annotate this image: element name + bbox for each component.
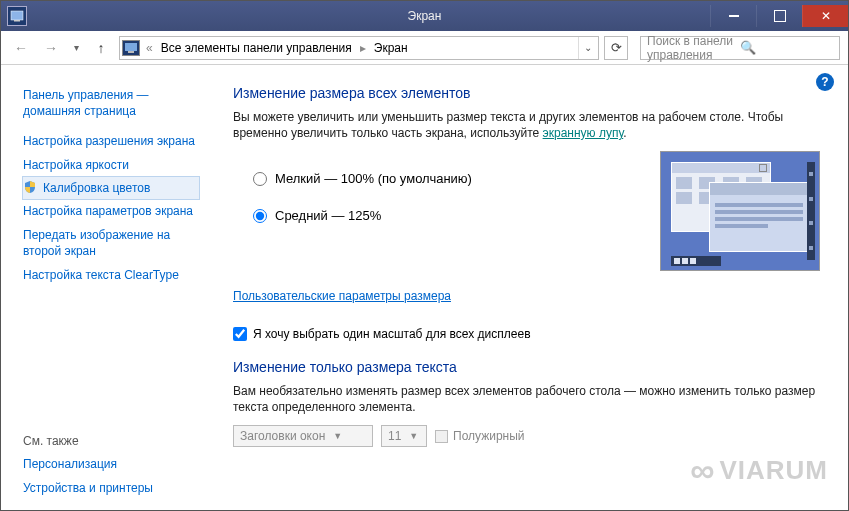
system-icon xyxy=(7,6,27,26)
single-scale-checkbox[interactable]: Я хочу выбрать один масштаб для всех дис… xyxy=(233,327,820,341)
sidebar-cleartype[interactable]: Настройка текста ClearType xyxy=(23,263,199,287)
radio-medium-input[interactable] xyxy=(253,209,267,223)
svg-rect-0 xyxy=(11,11,23,20)
breadcrumb-separator-icon: ▸ xyxy=(358,41,368,55)
size-combo[interactable]: 11▼ xyxy=(381,425,427,447)
window-title: Экран xyxy=(408,9,442,23)
close-button[interactable] xyxy=(802,5,848,27)
section-resize-title: Изменение размера всех элементов xyxy=(233,85,820,101)
see-also-header: См. также xyxy=(23,428,199,452)
sidebar-calibration[interactable]: Калибровка цветов xyxy=(22,176,200,200)
help-icon[interactable]: ? xyxy=(816,73,834,91)
breadcrumb-current[interactable]: Экран xyxy=(372,41,410,55)
main-panel: ? Изменение размера всех элементов Вы мо… xyxy=(211,65,848,510)
seealso-personalization[interactable]: Персонализация xyxy=(23,452,199,476)
size-radios: Мелкий — 100% (по умолчанию) Средний — 1… xyxy=(233,151,472,271)
back-button[interactable]: ← xyxy=(9,36,33,60)
single-scale-input[interactable] xyxy=(233,327,247,341)
custom-size-link[interactable]: Пользовательские параметры размера xyxy=(233,289,451,303)
search-icon: 🔍 xyxy=(740,40,833,55)
content-area: Панель управления — домашняя страница На… xyxy=(1,65,848,510)
titlebar: Экран xyxy=(1,1,848,31)
textsize-controls: Заголовки окон▼ 11▼ Полужирный xyxy=(233,425,820,447)
svg-rect-2 xyxy=(125,43,137,51)
infinity-icon: ∞ xyxy=(690,451,715,490)
chevron-down-icon: ▼ xyxy=(409,431,418,441)
forward-button[interactable]: → xyxy=(39,36,63,60)
sidebar: Панель управления — домашняя страница На… xyxy=(1,65,211,510)
sidebar-display-params[interactable]: Настройка параметров экрана xyxy=(23,199,199,223)
bold-checkbox[interactable]: Полужирный xyxy=(435,429,525,443)
search-input[interactable]: Поиск в панели управления 🔍 xyxy=(640,36,840,60)
refresh-button[interactable]: ⟳ xyxy=(604,36,628,60)
radio-small[interactable]: Мелкий — 100% (по умолчанию) xyxy=(253,171,472,186)
search-placeholder: Поиск в панели управления xyxy=(647,34,740,62)
history-dropdown[interactable]: ▾ xyxy=(69,36,83,60)
magnifier-link[interactable]: экранную лупу xyxy=(543,126,624,140)
svg-rect-3 xyxy=(128,51,134,53)
address-bar[interactable]: « Все элементы панели управления ▸ Экран… xyxy=(119,36,599,60)
breadcrumb-chevron: « xyxy=(144,41,155,55)
section-textsize-desc: Вам необязательно изменять размер всех э… xyxy=(233,383,820,415)
maximize-button[interactable] xyxy=(756,5,802,27)
section-textsize-title: Изменение только размера текста xyxy=(233,359,820,375)
minimize-button[interactable] xyxy=(710,5,756,27)
sidebar-resolution[interactable]: Настройка разрешения экрана xyxy=(23,129,199,153)
sidebar-project[interactable]: Передать изображение на второй экран xyxy=(23,223,199,263)
navbar: ← → ▾ ↑ « Все элементы панели управления… xyxy=(1,31,848,65)
address-dropdown[interactable]: ⌄ xyxy=(578,37,596,59)
breadcrumb-parent[interactable]: Все элементы панели управления xyxy=(159,41,354,55)
radio-small-input[interactable] xyxy=(253,172,267,186)
window-controls xyxy=(710,5,848,27)
seealso-devices[interactable]: Устройства и принтеры xyxy=(23,476,199,500)
section-resize-desc: Вы можете увеличить или уменьшить размер… xyxy=(233,109,820,141)
bold-checkbox-box xyxy=(435,430,448,443)
sidebar-home[interactable]: Панель управления — домашняя страница xyxy=(23,83,199,123)
display-preview xyxy=(660,151,820,271)
sidebar-brightness[interactable]: Настройка яркости xyxy=(23,153,199,177)
chevron-down-icon: ▼ xyxy=(333,431,342,441)
location-icon xyxy=(122,40,140,56)
shield-icon xyxy=(23,180,37,194)
svg-rect-1 xyxy=(14,20,20,22)
radio-medium[interactable]: Средний — 125% xyxy=(253,208,472,223)
watermark: ∞ VIARUM xyxy=(690,451,828,490)
up-button[interactable]: ↑ xyxy=(89,36,113,60)
element-combo[interactable]: Заголовки окон▼ xyxy=(233,425,373,447)
